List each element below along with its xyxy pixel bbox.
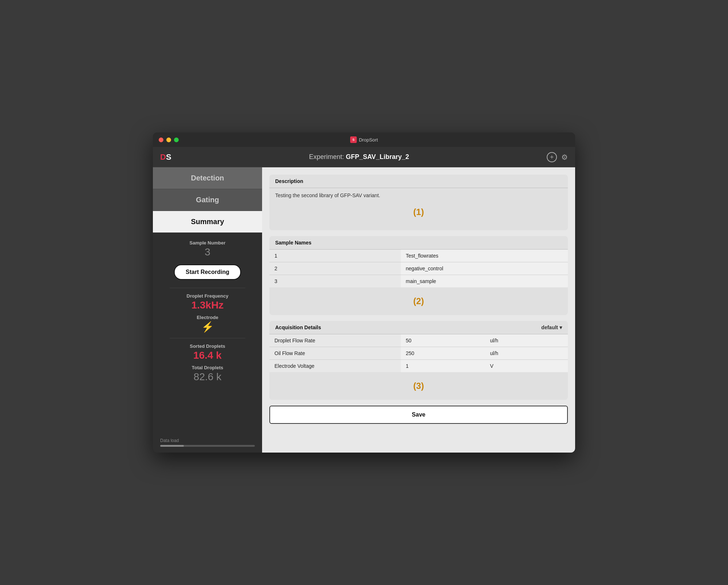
start-recording-button[interactable]: Start Recording (174, 264, 241, 280)
acq-value: 250 (401, 347, 485, 360)
acquisition-placeholder: (3) (269, 372, 568, 400)
app-icon: S (350, 136, 357, 143)
traffic-lights (159, 138, 179, 142)
acquisition-row: Oil Flow Rate250ul/h (269, 347, 568, 360)
header-actions: + ⚙ (547, 152, 568, 162)
acq-label: Electrode Voltage (269, 360, 401, 373)
logo: DS (160, 152, 171, 162)
acq-value: 50 (401, 334, 485, 347)
description-text: Testing the second library of GFP-SAV va… (275, 192, 562, 198)
acquisition-card: Acquisition Details default ▾ Droplet Fl… (269, 321, 568, 400)
sample-row: 2negative_control (269, 262, 568, 275)
logo-d: D (160, 152, 166, 162)
save-button[interactable]: Save (269, 406, 568, 424)
acq-unit: ul/h (485, 347, 568, 360)
experiment-title: Experiment: GFP_SAV_Library_2 (309, 153, 409, 161)
description-placeholder: (1) (275, 198, 562, 226)
titlebar: S DropSort (153, 132, 575, 147)
sample-id: 1 (269, 250, 401, 262)
sample-name: negative_control (401, 262, 568, 275)
nav-gating[interactable]: Gating (153, 189, 262, 211)
sample-number-stat: Sample Number 3 (160, 240, 255, 258)
acq-label: Droplet Flow Rate (269, 334, 401, 347)
acq-label: Oil Flow Rate (269, 347, 401, 360)
acq-value: 1 (401, 360, 485, 373)
acquisition-row: Electrode Voltage1V (269, 360, 568, 373)
sample-name: main_sample (401, 275, 568, 288)
description-card: Description Testing the second library o… (269, 175, 568, 230)
acquisition-row: Droplet Flow Rate50ul/h (269, 334, 568, 347)
electrode-stat: Electrode ⚡ (160, 315, 255, 333)
sorted-droplets-stat: Sorted Droplets 16.4 k (160, 343, 255, 361)
lightning-icon: ⚡ (160, 321, 255, 333)
content-area: Description Testing the second library o… (262, 167, 575, 453)
nav-detection[interactable]: Detection (153, 167, 262, 189)
sample-id: 3 (269, 275, 401, 288)
main-layout: Detection Gating Summary Sample Number 3… (153, 167, 575, 453)
chevron-down-icon: ▾ (559, 325, 562, 330)
data-load-section: Data load (153, 434, 262, 453)
sample-names-table: 1Test_flowrates2negative_control3main_sa… (269, 250, 568, 287)
sample-row: 3main_sample (269, 275, 568, 288)
acq-unit: V (485, 360, 568, 373)
data-load-fill (160, 445, 184, 447)
sample-name: Test_flowrates (401, 250, 568, 262)
close-button[interactable] (159, 138, 163, 142)
sample-names-header: Sample Names (269, 236, 568, 250)
titlebar-title: S DropSort (350, 136, 378, 143)
settings-button[interactable]: ⚙ (561, 153, 568, 162)
total-droplets-stat: Total Droplets 82.6 k (160, 365, 255, 383)
description-header: Description (269, 175, 568, 188)
acquisition-table: Droplet Flow Rate50ul/hOil Flow Rate250u… (269, 334, 568, 372)
droplet-frequency-stat: Droplet Frequency 1.3kHz (160, 293, 255, 311)
description-body: Testing the second library of GFP-SAV va… (269, 188, 568, 230)
add-experiment-button[interactable]: + (547, 152, 557, 162)
acquisition-dropdown[interactable]: default ▾ (541, 325, 562, 330)
divider-2 (170, 338, 245, 338)
logo-s: S (166, 152, 171, 162)
maximize-button[interactable] (174, 138, 179, 142)
app-window: S DropSort DS Experiment: GFP_SAV_Librar… (153, 132, 575, 453)
header: DS Experiment: GFP_SAV_Library_2 + ⚙ (153, 147, 575, 167)
sidebar: Detection Gating Summary Sample Number 3… (153, 167, 262, 453)
data-load-progress-bar (160, 445, 255, 447)
divider-1 (170, 288, 245, 288)
sample-names-card: Sample Names 1Test_flowrates2negative_co… (269, 236, 568, 315)
nav-summary[interactable]: Summary (153, 211, 262, 233)
acq-unit: ul/h (485, 334, 568, 347)
sample-id: 2 (269, 262, 401, 275)
acquisition-header: Acquisition Details default ▾ (269, 321, 568, 334)
sidebar-stats: Sample Number 3 Start Recording Droplet … (153, 233, 262, 434)
minimize-button[interactable] (166, 138, 171, 142)
sample-names-placeholder: (2) (269, 287, 568, 315)
sample-row: 1Test_flowrates (269, 250, 568, 262)
